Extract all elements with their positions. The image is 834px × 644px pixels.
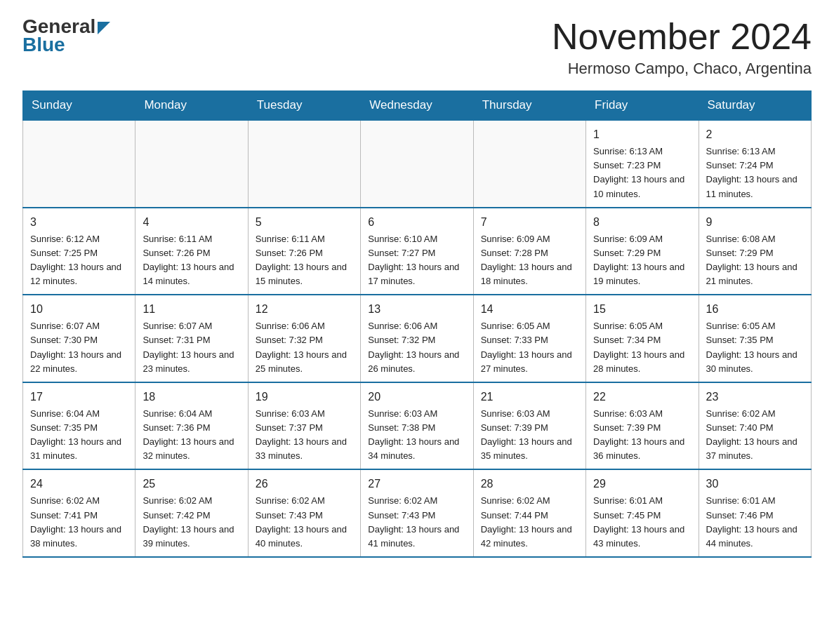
day-info: Sunrise: 6:03 AM Sunset: 7:38 PM Dayligh…: [368, 407, 465, 464]
calendar-cell: [23, 120, 135, 208]
calendar-cell: 2Sunrise: 6:13 AM Sunset: 7:24 PM Daylig…: [699, 120, 811, 208]
day-number: 27: [368, 476, 465, 492]
day-info: Sunrise: 6:05 AM Sunset: 7:33 PM Dayligh…: [481, 319, 578, 376]
calendar-cell: 10Sunrise: 6:07 AM Sunset: 7:30 PM Dayli…: [23, 295, 135, 382]
day-info: Sunrise: 6:01 AM Sunset: 7:46 PM Dayligh…: [706, 494, 804, 551]
calendar-cell: 8Sunrise: 6:09 AM Sunset: 7:29 PM Daylig…: [586, 208, 699, 295]
calendar-cell: 12Sunrise: 6:06 AM Sunset: 7:32 PM Dayli…: [248, 295, 360, 382]
day-info: Sunrise: 6:13 AM Sunset: 7:23 PM Dayligh…: [593, 145, 691, 201]
day-info: Sunrise: 6:04 AM Sunset: 7:36 PM Dayligh…: [143, 407, 240, 464]
calendar-cell: 11Sunrise: 6:07 AM Sunset: 7:31 PM Dayli…: [135, 295, 248, 382]
day-info: Sunrise: 6:09 AM Sunset: 7:29 PM Dayligh…: [593, 232, 691, 289]
day-number: 16: [706, 301, 804, 318]
col-friday: Friday: [586, 91, 699, 121]
day-info: Sunrise: 6:03 AM Sunset: 7:39 PM Dayligh…: [593, 407, 691, 464]
day-info: Sunrise: 6:02 AM Sunset: 7:40 PM Dayligh…: [706, 407, 804, 464]
day-info: Sunrise: 6:05 AM Sunset: 7:35 PM Dayligh…: [706, 319, 804, 376]
day-number: 2: [706, 126, 804, 143]
day-number: 17: [30, 389, 128, 405]
day-number: 5: [256, 214, 353, 231]
calendar-cell: 26Sunrise: 6:02 AM Sunset: 7:43 PM Dayli…: [248, 469, 360, 557]
day-info: Sunrise: 6:02 AM Sunset: 7:42 PM Dayligh…: [143, 494, 240, 551]
day-info: Sunrise: 6:01 AM Sunset: 7:45 PM Dayligh…: [593, 494, 691, 551]
calendar-week-row: 24Sunrise: 6:02 AM Sunset: 7:41 PM Dayli…: [23, 469, 812, 557]
calendar-cell: 3Sunrise: 6:12 AM Sunset: 7:25 PM Daylig…: [23, 208, 135, 295]
day-number: 29: [593, 476, 691, 492]
calendar-cell: 25Sunrise: 6:02 AM Sunset: 7:42 PM Dayli…: [135, 469, 248, 557]
day-number: 23: [706, 389, 804, 405]
calendar-week-row: 10Sunrise: 6:07 AM Sunset: 7:30 PM Dayli…: [23, 295, 812, 382]
day-info: Sunrise: 6:11 AM Sunset: 7:26 PM Dayligh…: [256, 232, 353, 289]
calendar-cell: 1Sunrise: 6:13 AM Sunset: 7:23 PM Daylig…: [586, 120, 699, 208]
col-wednesday: Wednesday: [361, 91, 473, 121]
col-thursday: Thursday: [473, 91, 585, 121]
day-number: 18: [143, 389, 240, 405]
calendar-cell: 9Sunrise: 6:08 AM Sunset: 7:29 PM Daylig…: [699, 208, 811, 295]
day-number: 19: [256, 389, 353, 405]
day-number: 6: [368, 214, 465, 231]
day-number: 26: [256, 476, 353, 492]
calendar-week-row: 1Sunrise: 6:13 AM Sunset: 7:23 PM Daylig…: [23, 120, 812, 208]
calendar-cell: 28Sunrise: 6:02 AM Sunset: 7:44 PM Dayli…: [473, 469, 585, 557]
calendar-cell: [361, 120, 473, 208]
calendar-cell: 17Sunrise: 6:04 AM Sunset: 7:35 PM Dayli…: [23, 382, 135, 470]
logo: General Blue: [22, 17, 110, 55]
col-sunday: Sunday: [23, 91, 135, 121]
day-info: Sunrise: 6:08 AM Sunset: 7:29 PM Dayligh…: [706, 232, 804, 289]
calendar-cell: [135, 120, 248, 208]
logo-blue-text: Blue: [22, 35, 65, 55]
day-number: 11: [143, 301, 240, 318]
day-number: 20: [368, 389, 465, 405]
calendar-cell: 16Sunrise: 6:05 AM Sunset: 7:35 PM Dayli…: [699, 295, 811, 382]
day-info: Sunrise: 6:06 AM Sunset: 7:32 PM Dayligh…: [256, 319, 353, 376]
calendar-cell: 22Sunrise: 6:03 AM Sunset: 7:39 PM Dayli…: [586, 382, 699, 470]
col-saturday: Saturday: [699, 91, 811, 121]
calendar-cell: 4Sunrise: 6:11 AM Sunset: 7:26 PM Daylig…: [135, 208, 248, 295]
calendar-cell: 18Sunrise: 6:04 AM Sunset: 7:36 PM Dayli…: [135, 382, 248, 470]
calendar-cell: [248, 120, 360, 208]
calendar-cell: [473, 120, 585, 208]
day-info: Sunrise: 6:02 AM Sunset: 7:43 PM Dayligh…: [368, 494, 465, 551]
day-number: 25: [143, 476, 240, 492]
day-info: Sunrise: 6:09 AM Sunset: 7:28 PM Dayligh…: [481, 232, 578, 289]
month-title: November 2024: [552, 17, 812, 57]
header-row: Sunday Monday Tuesday Wednesday Thursday…: [23, 91, 812, 121]
calendar-cell: 29Sunrise: 6:01 AM Sunset: 7:45 PM Dayli…: [586, 469, 699, 557]
location-title: Hermoso Campo, Chaco, Argentina: [552, 60, 812, 78]
page-header: General Blue November 2024 Hermoso Campo…: [22, 17, 812, 78]
title-area: November 2024 Hermoso Campo, Chaco, Arge…: [552, 17, 812, 78]
calendar-cell: 7Sunrise: 6:09 AM Sunset: 7:28 PM Daylig…: [473, 208, 585, 295]
svg-marker-0: [98, 22, 110, 34]
day-number: 4: [143, 214, 240, 231]
calendar-cell: 15Sunrise: 6:05 AM Sunset: 7:34 PM Dayli…: [586, 295, 699, 382]
day-number: 28: [481, 476, 578, 492]
day-number: 9: [706, 214, 804, 231]
day-info: Sunrise: 6:07 AM Sunset: 7:30 PM Dayligh…: [30, 319, 128, 376]
calendar-cell: 14Sunrise: 6:05 AM Sunset: 7:33 PM Dayli…: [473, 295, 585, 382]
calendar-cell: 6Sunrise: 6:10 AM Sunset: 7:27 PM Daylig…: [361, 208, 473, 295]
day-info: Sunrise: 6:12 AM Sunset: 7:25 PM Dayligh…: [30, 232, 128, 289]
calendar-cell: 30Sunrise: 6:01 AM Sunset: 7:46 PM Dayli…: [699, 469, 811, 557]
calendar-cell: 21Sunrise: 6:03 AM Sunset: 7:39 PM Dayli…: [473, 382, 585, 470]
day-info: Sunrise: 6:04 AM Sunset: 7:35 PM Dayligh…: [30, 407, 128, 464]
day-info: Sunrise: 6:03 AM Sunset: 7:37 PM Dayligh…: [256, 407, 353, 464]
day-number: 30: [706, 476, 804, 492]
day-number: 12: [256, 301, 353, 318]
day-number: 3: [30, 214, 128, 231]
calendar-cell: 13Sunrise: 6:06 AM Sunset: 7:32 PM Dayli…: [361, 295, 473, 382]
calendar-cell: 5Sunrise: 6:11 AM Sunset: 7:26 PM Daylig…: [248, 208, 360, 295]
day-number: 21: [481, 389, 578, 405]
day-info: Sunrise: 6:02 AM Sunset: 7:41 PM Dayligh…: [30, 494, 128, 551]
day-info: Sunrise: 6:13 AM Sunset: 7:24 PM Dayligh…: [706, 145, 804, 201]
day-number: 14: [481, 301, 578, 318]
col-tuesday: Tuesday: [248, 91, 360, 121]
calendar-cell: 20Sunrise: 6:03 AM Sunset: 7:38 PM Dayli…: [361, 382, 473, 470]
calendar-table: Sunday Monday Tuesday Wednesday Thursday…: [22, 90, 812, 558]
day-number: 13: [368, 301, 465, 318]
day-info: Sunrise: 6:03 AM Sunset: 7:39 PM Dayligh…: [481, 407, 578, 464]
day-info: Sunrise: 6:10 AM Sunset: 7:27 PM Dayligh…: [368, 232, 465, 289]
calendar-week-row: 3Sunrise: 6:12 AM Sunset: 7:25 PM Daylig…: [23, 208, 812, 295]
calendar-cell: 24Sunrise: 6:02 AM Sunset: 7:41 PM Dayli…: [23, 469, 135, 557]
day-info: Sunrise: 6:11 AM Sunset: 7:26 PM Dayligh…: [143, 232, 240, 289]
calendar-cell: 19Sunrise: 6:03 AM Sunset: 7:37 PM Dayli…: [248, 382, 360, 470]
